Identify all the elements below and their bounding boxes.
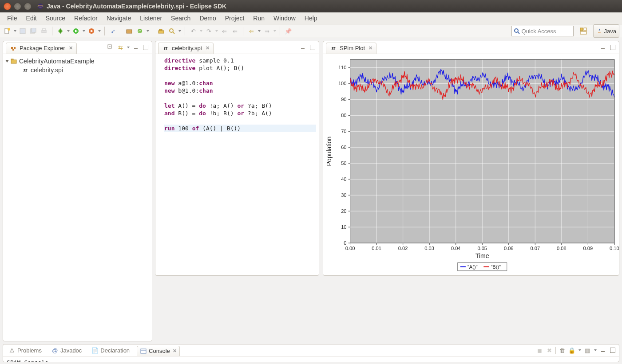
- close-tab-icon[interactable]: ✕: [69, 45, 73, 51]
- quick-access-input[interactable]: Quick Access: [511, 26, 574, 36]
- nav-prev-button[interactable]: ↶: [189, 27, 198, 35]
- menu-project[interactable]: Project: [221, 13, 249, 23]
- forward-button[interactable]: ⇒: [262, 27, 271, 35]
- collapse-all-icon[interactable]: [107, 44, 114, 51]
- save-button[interactable]: [18, 27, 27, 35]
- menu-help[interactable]: Help: [300, 13, 322, 23]
- dropdown-icon[interactable]: [147, 30, 149, 32]
- console-output[interactable]: SPiM Console SPiM v0.05 simulating /home…: [3, 356, 619, 362]
- svg-rect-6: [32, 28, 36, 32]
- workbench: Package Explorer ✕ ⇆ CelebrityAutomataEx…: [0, 38, 622, 364]
- center-area: π celebrity.spi ✕ directive sample 0.1 d…: [155, 41, 619, 276]
- view-menu-icon[interactable]: [127, 47, 130, 48]
- back-button[interactable]: ⇐: [247, 27, 256, 35]
- package-explorer-tab[interactable]: Package Explorer ✕: [6, 43, 77, 54]
- menu-run[interactable]: Run: [249, 13, 269, 23]
- menu-window[interactable]: Window: [269, 13, 300, 23]
- dropdown-icon[interactable]: [594, 349, 597, 351]
- tab-problems[interactable]: ⚠ Problems: [6, 345, 44, 355]
- svg-text:0.09: 0.09: [583, 246, 593, 251]
- cursor-icon[interactable]: ➶: [108, 27, 117, 35]
- menu-refactor[interactable]: Refactor: [70, 13, 102, 23]
- menu-search[interactable]: Search: [166, 13, 195, 23]
- maximize-icon[interactable]: [609, 44, 616, 51]
- dropdown-icon[interactable]: [258, 30, 261, 32]
- pi-file-icon: π: [330, 45, 337, 52]
- close-tab-icon[interactable]: ✕: [206, 45, 210, 51]
- open-perspective-button[interactable]: [579, 27, 588, 35]
- dropdown-icon[interactable]: [14, 30, 16, 32]
- maximize-icon[interactable]: [309, 44, 316, 51]
- tab-console[interactable]: Console ✕: [137, 346, 180, 356]
- display-console-icon[interactable]: ▥: [584, 347, 591, 354]
- close-tab-icon[interactable]: ✕: [368, 45, 372, 51]
- scroll-lock-icon[interactable]: 🔒: [568, 347, 575, 354]
- close-tab-icon[interactable]: ✕: [173, 348, 177, 354]
- nav-next-button[interactable]: ↷: [204, 27, 213, 35]
- dropdown-icon[interactable]: [578, 349, 581, 351]
- perspective-label: Java: [604, 28, 616, 35]
- perspective-java[interactable]: Java: [593, 24, 619, 38]
- minimize-icon[interactable]: [599, 347, 606, 354]
- tree-project[interactable]: CelebrityAutomataExample: [6, 57, 149, 66]
- window-minimize-button[interactable]: [14, 3, 21, 10]
- svg-rect-27: [580, 31, 586, 34]
- nav-up-button[interactable]: ⇐: [220, 27, 229, 35]
- window-close-button[interactable]: [4, 3, 11, 10]
- menu-edit[interactable]: Edit: [22, 13, 41, 23]
- plot-tab-label: SPim Plot: [340, 45, 365, 51]
- plot-header: π SPim Plot ✕: [323, 41, 619, 54]
- dropdown-icon[interactable]: [67, 30, 70, 32]
- dropdown-icon[interactable]: [83, 30, 85, 32]
- menu-listener[interactable]: Listener: [135, 13, 166, 23]
- run-last-button[interactable]: [87, 27, 96, 35]
- menu-file[interactable]: File: [3, 13, 22, 23]
- plot-tab[interactable]: π SPim Plot ✕: [326, 43, 376, 54]
- debug-button[interactable]: [56, 27, 65, 35]
- dropdown-icon[interactable]: [273, 30, 276, 32]
- menu-source[interactable]: Source: [41, 13, 70, 23]
- menu-navigate[interactable]: Navigate: [102, 13, 135, 23]
- minimize-icon[interactable]: [599, 44, 606, 51]
- dropdown-icon[interactable]: [178, 30, 181, 32]
- svg-text:90: 90: [341, 97, 346, 102]
- terminate-icon[interactable]: ◼: [536, 347, 543, 354]
- package-explorer-tree[interactable]: CelebrityAutomataExample π celebrity.spi: [3, 54, 152, 341]
- dropdown-icon[interactable]: [200, 30, 202, 32]
- dropdown-icon[interactable]: [215, 30, 218, 32]
- window-maximize-button[interactable]: [24, 3, 32, 10]
- search-button[interactable]: [167, 27, 176, 35]
- editor-tab[interactable]: π celebrity.spi ✕: [158, 43, 214, 54]
- package-button[interactable]: [125, 27, 134, 35]
- print-button[interactable]: [40, 27, 48, 35]
- run-button[interactable]: [71, 27, 80, 35]
- plot-canvas[interactable]: 0.000.010.020.030.040.050.060.070.080.09…: [323, 54, 619, 275]
- new-button[interactable]: [3, 27, 12, 35]
- remove-launch-icon[interactable]: ✖: [546, 347, 553, 354]
- save-all-button[interactable]: [29, 27, 38, 35]
- tab-declaration[interactable]: 📄 Declaration: [89, 345, 132, 355]
- svg-text:0.04: 0.04: [451, 246, 461, 251]
- class-button[interactable]: C: [135, 27, 144, 35]
- maximize-icon[interactable]: [142, 44, 149, 51]
- tab-javadoc[interactable]: @ Javadoc: [49, 345, 84, 355]
- pin-button[interactable]: 📌: [284, 27, 293, 35]
- nav-down-button[interactable]: ⇐: [230, 27, 239, 35]
- minimize-icon[interactable]: [299, 44, 306, 51]
- svg-text:50: 50: [341, 160, 346, 166]
- svg-point-21: [170, 29, 173, 32]
- link-editor-icon[interactable]: ⇆: [117, 44, 124, 51]
- svg-text:Population: Population: [325, 137, 333, 166]
- svg-rect-30: [12, 49, 14, 51]
- tree-file[interactable]: π celebrity.spi: [6, 66, 149, 74]
- clear-console-icon[interactable]: 🗑: [559, 347, 566, 354]
- dropdown-icon[interactable]: [98, 30, 101, 32]
- maximize-icon[interactable]: [609, 347, 616, 354]
- window-title: Java - CelebrityAutomataExample/celebrit…: [47, 3, 226, 10]
- menu-demo[interactable]: Demo: [195, 13, 220, 23]
- minimize-icon[interactable]: [132, 44, 139, 51]
- code-editor[interactable]: directive sample 0.1 directive plot A();…: [155, 54, 319, 275]
- expand-icon[interactable]: [5, 60, 9, 63]
- svg-rect-34: [11, 60, 16, 63]
- open-type-button[interactable]: [157, 27, 166, 35]
